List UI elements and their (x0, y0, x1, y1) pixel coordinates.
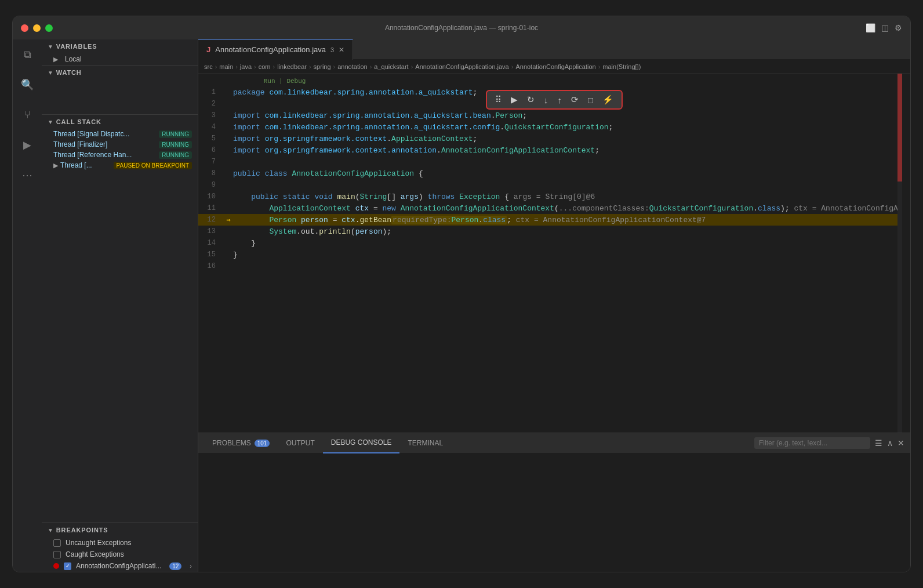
tab-problems-label: PROBLEMS (212, 439, 251, 447)
tab-filename: AnnotationConfigApplication.java (215, 45, 326, 54)
tab-output[interactable]: OUTPUT (278, 433, 322, 453)
main-area: ⧉ 🔍 ⑂ ▶ ⋯ ▼ VARIABLES ▶ Local (13, 39, 910, 572)
code-line-5: 5 import org.springframework.context.App… (198, 133, 910, 144)
callstack-header[interactable]: ▼ CALL STACK (42, 115, 198, 129)
stop-button[interactable]: □ (586, 94, 595, 106)
bp-uncaught-checkbox[interactable] (53, 539, 61, 547)
breakpoints-label: BREAKPOINTS (56, 527, 108, 533)
thread-status-1: RUNNING (159, 130, 192, 138)
panel-tabs: PROBLEMS 101 OUTPUT DEBUG CONSOLE TERMIN… (198, 433, 910, 453)
tab-debug-console-label: DEBUG CONSOLE (331, 438, 392, 447)
bottom-panel: PROBLEMS 101 OUTPUT DEBUG CONSOLE TERMIN… (198, 433, 910, 572)
breakpoints-header[interactable]: ▼ BREAKPOINTS (42, 523, 198, 537)
settings-icon[interactable]: ⚙ (895, 23, 902, 32)
tab-problems[interactable]: PROBLEMS 101 (204, 433, 278, 453)
thread-status-3: RUNNING (159, 151, 192, 159)
bp-annotation-label: AnnotationConfigApplicati... (76, 562, 161, 570)
more-icon[interactable]: ⋯ (17, 165, 38, 186)
thread-item-2[interactable]: Thread [Finalizer] RUNNING (42, 139, 198, 150)
editor-content: Run | Debug 1 package com.linkedbear.spr… (198, 74, 910, 433)
thread-4-arrow: ▶ (53, 162, 58, 169)
run-debug-icon[interactable]: ▶ (17, 135, 38, 155)
code-line-7: 7 (198, 156, 910, 168)
traffic-lights (21, 24, 53, 32)
tab-annotation-config[interactable]: J AnnotationConfigApplication.java 3 ✕ (198, 39, 353, 60)
minimize-button[interactable] (33, 24, 41, 32)
editor-wrapper: ⠿ ▶ ↻ ↓ ↑ ⟳ □ ⚡ src › main › java › (198, 60, 910, 433)
layout-icon[interactable]: ◫ (881, 23, 889, 32)
bp-uncaught[interactable]: Uncaught Exceptions (42, 537, 198, 549)
bc-method: main(String[]) (602, 63, 641, 70)
search-icon[interactable]: 🔍 (17, 74, 38, 95)
bc-aqstart: a_quickstart (374, 63, 408, 70)
bp-red-dot (53, 563, 59, 569)
breakpoints-section: ▼ BREAKPOINTS Uncaught Exceptions Caught… (42, 522, 198, 572)
watch-chevron: ▼ (48, 70, 54, 76)
bc-spring: spring (314, 63, 331, 70)
bp-annotation[interactable]: ✓ AnnotationConfigApplicati... 12 › (42, 560, 198, 572)
code-line-13: 13 System.out.println(person); (198, 226, 910, 237)
step-out-button[interactable]: ↑ (555, 94, 564, 106)
split-editor-icon[interactable]: ⬜ (866, 23, 875, 32)
bp-uncaught-label: Uncaught Exceptions (66, 539, 131, 547)
filter-icon[interactable]: ☰ (875, 438, 882, 448)
maximize-button[interactable] (45, 24, 53, 32)
code-line-3: 3 import com.linkedbear.spring.annotatio… (198, 110, 910, 121)
panel-filter-input[interactable] (754, 437, 870, 449)
step-into-button[interactable]: ↓ (542, 94, 551, 106)
local-chevron: ▶ (53, 56, 58, 63)
titlebar: AnnotationConfigApplication.java — sprin… (13, 16, 910, 39)
callstack-section: ▼ CALL STACK Thread [Signal Dispatc... R… (42, 114, 198, 170)
close-panel-icon[interactable]: ✕ (897, 438, 904, 448)
thread-item-1[interactable]: Thread [Signal Dispatc... RUNNING (42, 129, 198, 139)
bp-annotation-count: 12 (169, 562, 181, 570)
close-button[interactable] (21, 24, 28, 32)
code-line-10: 10 public static void main(String[] args… (198, 191, 910, 202)
code-line-14: 14 } (198, 237, 910, 249)
source-control-icon[interactable]: ⑂ (17, 104, 38, 125)
bp-caught[interactable]: Caught Exceptions (42, 549, 198, 560)
panel-content (198, 453, 910, 572)
thread-item-4[interactable]: ▶ Thread [... PAUSED ON BREAKPOINT (42, 160, 198, 170)
code-line-12: 12 ⇒ Person person = ctx.getBeanrequired… (198, 214, 910, 226)
chevron-up-icon[interactable]: ∧ (887, 438, 893, 448)
hot-reload-button[interactable]: ⚡ (600, 93, 616, 106)
thread-name-3: Thread [Reference Han... (53, 151, 159, 159)
breadcrumb: src › main › java › com › linkedbear › s… (198, 60, 910, 74)
activity-bar: ⧉ 🔍 ⑂ ▶ ⋯ (13, 39, 42, 572)
code-line-6: 6 import org.springframework.context.ann… (198, 144, 910, 156)
tab-terminal[interactable]: TERMINAL (399, 433, 451, 453)
thread-status-2: RUNNING (159, 141, 192, 148)
code-editor[interactable]: Run | Debug 1 package com.linkedbear.spr… (198, 74, 910, 433)
explorer-icon[interactable]: ⧉ (17, 44, 38, 65)
drag-handle-button[interactable]: ⠿ (493, 93, 504, 106)
thread-name-4: Thread [... (60, 161, 114, 169)
watch-label: WATCH (56, 69, 82, 76)
bp-caught-checkbox[interactable] (53, 551, 61, 558)
tab-output-label: OUTPUT (286, 439, 314, 447)
code-line-15: 15 } (198, 249, 910, 260)
tab-close-button[interactable]: ✕ (339, 46, 344, 54)
tab-lang-icon: J (206, 45, 210, 54)
continue-button[interactable]: ▶ (508, 93, 520, 106)
bp-annotation-chevron: › (190, 562, 192, 569)
bp-annotation-checkbox[interactable]: ✓ (64, 562, 71, 570)
panel-toolbar: ☰ ∧ ✕ (754, 437, 904, 449)
step-over-button[interactable]: ↻ (525, 93, 537, 106)
tab-debug-console[interactable]: DEBUG CONSOLE (323, 433, 400, 453)
watch-header[interactable]: ▼ WATCH (42, 66, 198, 79)
thread-status-4: PAUSED ON BREAKPOINT (114, 162, 192, 169)
variables-header[interactable]: ▼ VARIABLES (42, 39, 198, 53)
bc-file: AnnotationConfigApplication.java (415, 63, 508, 70)
breakpoints-chevron: ▼ (48, 527, 54, 533)
code-line-4: 4 import com.linkedbear.spring.annotatio… (198, 121, 910, 133)
code-line-11: 11 ApplicationContext ctx = new Annotati… (198, 202, 910, 214)
callstack-chevron: ▼ (48, 119, 54, 125)
bc-src: src (204, 63, 213, 70)
content-area: J AnnotationConfigApplication.java 3 ✕ ⠿… (198, 39, 910, 572)
local-item[interactable]: ▶ Local (42, 53, 198, 65)
thread-item-3[interactable]: Thread [Reference Han... RUNNING (42, 150, 198, 160)
editor-scrollbar[interactable] (902, 74, 910, 433)
restart-button[interactable]: ⟳ (569, 93, 581, 106)
tab-bar: J AnnotationConfigApplication.java 3 ✕ (198, 39, 910, 60)
